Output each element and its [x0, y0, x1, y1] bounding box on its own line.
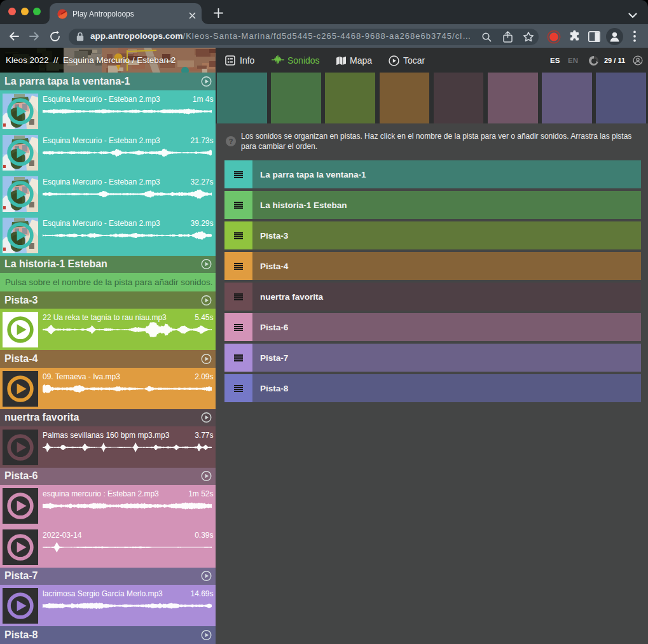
svg-text:?: ? — [229, 137, 233, 145]
